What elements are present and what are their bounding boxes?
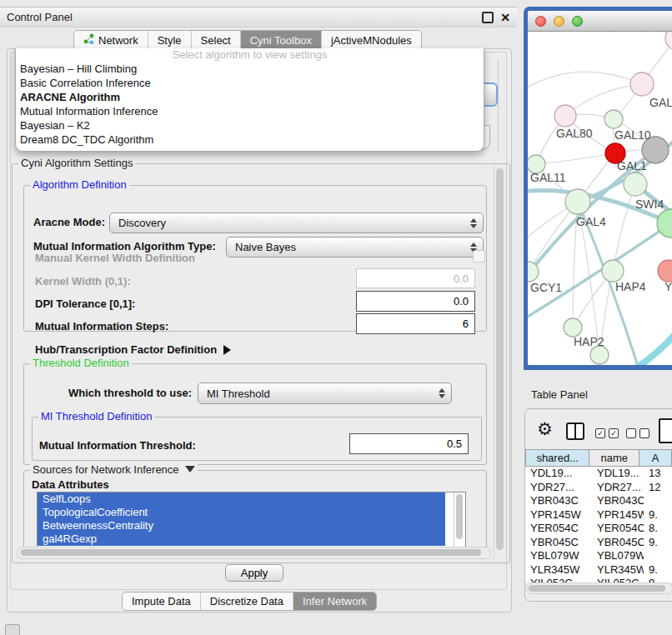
network-node[interactable] — [565, 189, 590, 214]
tab-select[interactable]: Select — [191, 31, 240, 49]
scrollbar-thumb[interactable] — [21, 549, 481, 556]
aracne-mode-combo[interactable]: Discovery — [109, 212, 484, 233]
network-canvas-svg: GALGAL80GAL10GAL1GAL11SWI4GAL4GCY1HAP4YH… — [528, 32, 672, 365]
mi-steps-label: Mutual Information Steps: — [35, 320, 168, 332]
network-node[interactable] — [564, 318, 582, 337]
network-node[interactable] — [554, 105, 576, 127]
table-cell[interactable]: YLR345W — [525, 563, 592, 578]
table-cell[interactable]: YBR045C — [525, 536, 592, 550]
table-cell[interactable]: YDL19... — [525, 467, 592, 481]
float-window-icon[interactable] — [482, 12, 494, 23]
dropdown-item[interactable]: Bayesian – K2 — [16, 118, 484, 132]
attribute-list-item[interactable]: gal4RGexp — [38, 532, 445, 546]
table-cell[interactable] — [644, 549, 672, 563]
dpi-tolerance-field[interactable] — [356, 291, 475, 312]
dropdown-item[interactable]: ARACNE Algorithm — [16, 90, 484, 104]
table-cell[interactable]: 9. — [644, 536, 672, 550]
table-cell[interactable]: YPR145W — [525, 508, 592, 522]
table-cell[interactable]: 9. — [644, 508, 672, 522]
which-threshold-combo[interactable]: MI Threshold — [198, 382, 452, 404]
attribute-list-item[interactable]: SelfLoops — [38, 492, 445, 506]
gear-icon[interactable]: ⚙ — [537, 420, 553, 438]
sources-toggle[interactable]: Sources for Network Inference — [30, 464, 198, 476]
kernel-width-field[interactable] — [356, 268, 475, 288]
network-node[interactable] — [630, 72, 654, 96]
network-node-label: HAP2 — [574, 335, 604, 348]
table-cell[interactable]: YDR27... — [592, 481, 644, 495]
dropdown-item[interactable]: Mutual Information Inference — [16, 104, 484, 118]
hub-definition-toggle[interactable]: Hub/Transcription Factor Definition — [35, 343, 231, 356]
table-cell[interactable]: 8. — [644, 522, 672, 536]
table-cell[interactable] — [644, 494, 672, 508]
network-node[interactable] — [590, 346, 609, 364]
scrollbar-thumb[interactable] — [529, 585, 665, 592]
network-edge[interactable] — [536, 153, 615, 164]
manual-kernel-checkbox[interactable] — [473, 250, 485, 262]
tab-jactivemnodules[interactable]: jActiveMNodules — [321, 31, 421, 49]
network-node[interactable] — [657, 209, 672, 238]
network-node[interactable] — [658, 260, 672, 282]
table-cell[interactable]: YDR27... — [525, 481, 592, 495]
dropdown-item[interactable]: Basic Correlation Inference — [16, 76, 484, 90]
table-cell[interactable]: YBR043C — [592, 494, 644, 508]
minimize-traffic-light-icon[interactable] — [554, 16, 564, 27]
table-cell[interactable]: YBL079W — [592, 549, 644, 563]
collapsed-panel-icon[interactable] — [5, 624, 20, 635]
mi-threshold-field[interactable] — [349, 433, 469, 454]
new-table-icon[interactable] — [659, 418, 672, 443]
select-all-columns-icon[interactable]: ✓ ✓ — [595, 428, 619, 438]
table-cell[interactable]: YIL052C — [592, 577, 644, 582]
mi-type-combo[interactable]: Naive Bayes — [226, 237, 484, 258]
tab-impute-data[interactable]: Impute Data — [123, 592, 200, 610]
tab-cyni-toolbox[interactable]: Cyni Toolbox — [240, 31, 321, 49]
network-edge[interactable] — [528, 223, 671, 321]
column-header[interactable]: name — [589, 449, 639, 467]
table-cell[interactable]: YLR345W — [592, 563, 644, 578]
table-cell[interactable]: YIL052C — [525, 577, 592, 582]
column-header[interactable]: shared... — [525, 449, 589, 467]
table-cell[interactable]: YBR043C — [525, 494, 592, 508]
tab-discretize-data[interactable]: Discretize Data — [200, 592, 293, 610]
table-cell[interactable]: 12 — [644, 481, 672, 495]
table-cell[interactable]: YBR045C — [592, 536, 644, 550]
network-canvas[interactable]: GALGAL80GAL10GAL1GAL11SWI4GAL4GCY1HAP4YH… — [528, 32, 672, 365]
table-cell[interactable]: YER054C — [525, 522, 592, 536]
network-node[interactable] — [624, 172, 647, 196]
mi-steps-field[interactable] — [356, 313, 475, 334]
mi-type-label: Mutual Information Algorithm Type: — [33, 240, 216, 252]
group-border-fragment — [498, 60, 499, 153]
show-columns-icon[interactable] — [566, 422, 584, 440]
column-header[interactable]: A — [639, 449, 672, 467]
network-node[interactable] — [602, 260, 624, 282]
scrollbar-thumb[interactable] — [496, 168, 504, 550]
table-cell[interactable]: YPR145W — [592, 508, 644, 522]
deselect-all-columns-icon[interactable] — [626, 428, 649, 438]
close-icon[interactable]: ✕ — [500, 11, 510, 24]
network-node[interactable] — [665, 32, 672, 50]
table-cell[interactable]: YDL19... — [592, 467, 644, 481]
apply-button[interactable]: Apply — [225, 564, 283, 582]
dropdown-item[interactable]: Dream8 DC_TDC Algorithm — [16, 132, 484, 147]
zoom-traffic-light-icon[interactable] — [572, 16, 583, 27]
table-cell[interactable]: YBL079W — [525, 549, 592, 563]
close-traffic-light-icon[interactable] — [535, 16, 546, 27]
network-edge[interactable] — [604, 325, 672, 365]
table-cell[interactable]: 13 — [644, 467, 672, 481]
settings-vertical-scrollbar[interactable] — [494, 165, 506, 560]
network-window-titlebar — [528, 11, 672, 32]
table-horizontal-scrollbar[interactable] — [526, 582, 672, 594]
tab-network[interactable]: Network — [74, 31, 148, 49]
network-node[interactable] — [604, 110, 623, 128]
tab-style[interactable]: Style — [148, 31, 191, 49]
attribute-list-item[interactable]: BetweennessCentrality — [38, 519, 445, 532]
data-attributes-label: Data Attributes — [32, 478, 109, 491]
scrollbar-thumb[interactable] — [456, 494, 463, 539]
table-cell[interactable]: 9. — [644, 563, 672, 578]
network-edge[interactable] — [613, 184, 635, 271]
tab-infer-network[interactable]: Infer Network — [293, 592, 376, 610]
settings-horizontal-scrollbar[interactable] — [17, 547, 491, 559]
attribute-list-item[interactable]: TopologicalCoefficient — [38, 506, 445, 519]
dropdown-item[interactable]: Bayesian – Hill Climbing — [16, 62, 484, 76]
table-cell[interactable]: 9. — [644, 577, 672, 582]
table-cell[interactable]: YER054C — [592, 522, 644, 536]
